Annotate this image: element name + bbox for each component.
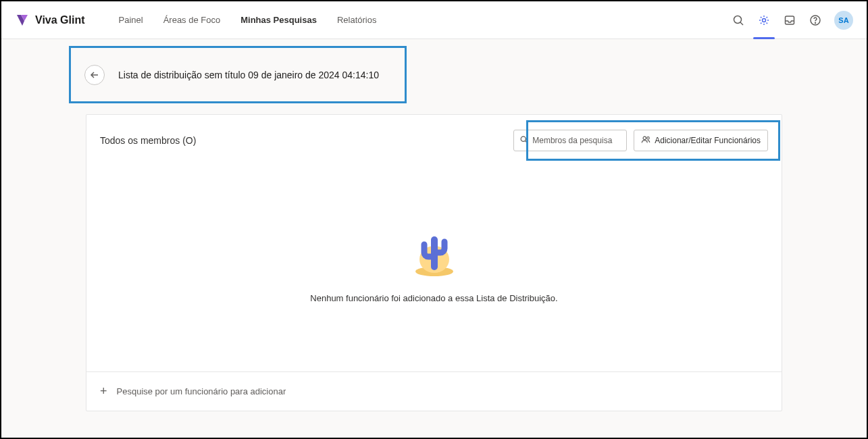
nav-painel[interactable]: Painel [119,15,143,25]
page-title-block: Lista de distribuição sem título 09 de j… [69,46,407,103]
members-count-label: Todos os membros (O) [100,135,196,146]
svg-line-1 [740,22,743,25]
add-edit-employees-button[interactable]: Adicionar/Editar Funcionários [634,130,768,151]
svg-point-6 [521,136,526,141]
viva-glint-logon-icon [15,13,30,28]
plus-icon: + [100,384,107,398]
footer-search-label: Pesquise por um funcionário para adicion… [117,386,286,396]
header-actions: SA [732,11,853,30]
page-title: Lista de distribuição sem título 09 de j… [118,70,379,80]
app-header: Viva Glint Painel Áreas de Foco Minhas P… [1,1,867,39]
people-icon [641,135,650,147]
gear-icon[interactable] [757,14,771,27]
empty-message: Nenhum funcionário foi adicionado a essa… [310,293,557,303]
members-search-input[interactable] [513,130,627,151]
nav-minhas-pesquisas[interactable]: Minhas Pesquisas [240,15,317,25]
brand-name: Viva Glint [35,14,85,26]
controls: Adicionar/Editar Funcionários [513,130,768,151]
help-icon[interactable] [809,14,822,27]
page-body: Lista de distribuição sem título 09 de j… [1,39,867,438]
add-edit-label: Adicionar/Editar Funcionários [655,136,761,145]
card-header: Todos os membros (O) [86,115,782,155]
svg-point-8 [643,136,646,139]
members-search-field[interactable] [532,136,621,145]
inbox-icon[interactable] [783,14,796,27]
add-employee-footer[interactable]: + Pesquise por um funcionário para adici… [86,371,782,411]
cactus-icon [404,224,465,281]
svg-line-7 [526,141,528,143]
search-icon[interactable] [732,14,745,27]
svg-point-9 [647,136,650,139]
avatar[interactable]: SA [834,11,853,30]
svg-point-5 [815,22,816,23]
empty-state: Nenhum funcionário foi adicionado a essa… [86,155,782,371]
search-icon [519,135,528,146]
back-button[interactable] [84,65,105,85]
card-header-actions: Adicionar/Editar Funcionários [513,130,768,151]
nav-relatorios[interactable]: Relatórios [337,15,377,25]
nav-areas-de-foco[interactable]: Áreas de Foco [163,15,221,25]
svg-point-0 [734,16,742,23]
svg-rect-3 [786,16,794,24]
top-nav: Painel Áreas de Foco Minhas Pesquisas Re… [119,15,377,25]
svg-point-2 [763,18,766,22]
members-card: Todos os membros (O) [86,114,782,411]
brand: Viva Glint [15,13,85,28]
